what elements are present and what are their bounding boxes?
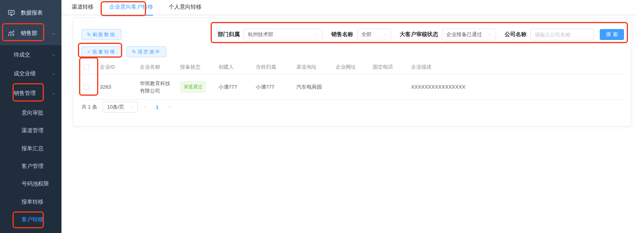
sidebar-item-number-pool-permissions[interactable]: 号码池权限 xyxy=(0,176,61,192)
sidebar-item-deal-performance[interactable]: 成交业绩 xyxy=(0,66,61,82)
chevron-down-icon xyxy=(488,32,492,37)
column-header-creator: 创建人 xyxy=(218,64,256,71)
sidebar-item-pending-deals[interactable]: 待成交 xyxy=(0,47,61,63)
sidebar-item-label: 渠道管理 xyxy=(22,127,43,134)
prev-page-icon[interactable] xyxy=(138,104,151,110)
key-account-review-select-value: 企业报备已通过 xyxy=(446,31,482,38)
bar-chart-icon xyxy=(7,29,16,38)
key-account-review-select[interactable]: 企业报备已通过 xyxy=(442,29,496,40)
page: 数据报表 销售部 待成交 成交业绩 销售管理 xyxy=(0,0,644,233)
sidebar-item-channel-management[interactable]: 渠道管理 xyxy=(0,123,61,138)
refresh-data-button[interactable]: ↻ 刷新数据 xyxy=(81,29,121,40)
chevron-down-icon xyxy=(383,32,388,37)
sidebar-item-data-reports[interactable]: 数据报表 xyxy=(0,5,61,21)
cell-report-status: 渠道通过 xyxy=(180,81,218,93)
sidebar-item-report-summary[interactable]: 报单汇总 xyxy=(0,141,61,157)
sales-name-select[interactable]: 全部 xyxy=(357,29,391,40)
pagination-total: 共 1 条 xyxy=(81,104,97,111)
sidebar-item-label: 数据报表 xyxy=(21,9,43,16)
sidebar-item-label: 客户管理 xyxy=(22,163,43,170)
sidebar-item-label: 号码池权限 xyxy=(22,180,49,187)
column-header-website: 企业网址 xyxy=(336,64,373,71)
chevron-down-icon xyxy=(51,53,56,57)
sidebar-item-label: 报单汇总 xyxy=(22,145,43,152)
cell-creator: 小潘777 xyxy=(218,84,256,91)
filter-group: 部门归属 杭州技术部 销售名称 全部 xyxy=(218,29,624,40)
sidebar-item-label: 成交业绩 xyxy=(14,70,36,77)
sidebar-item-label: 销售管理 xyxy=(14,90,36,97)
row-checkbox[interactable] xyxy=(84,84,89,90)
sales-name-filter-label: 销售名称 xyxy=(331,31,353,38)
table-header-row: 企业ID 企业名称 报备状态 创建人 当前归属 渠道地址 企业网址 固定电话 企… xyxy=(81,60,624,75)
select-all-checkbox[interactable] xyxy=(84,64,89,70)
column-header-enterprise-name: 企业名称 xyxy=(140,63,180,71)
chevron-up-icon xyxy=(51,31,56,36)
column-header-description: 企业描述 xyxy=(411,64,624,71)
key-account-review-filter-label: 大客户审核状态 xyxy=(400,31,438,38)
department-select[interactable]: 杭州技术部 xyxy=(244,29,323,40)
refresh-icon: ↻ xyxy=(132,49,136,55)
company-name-filter-label: 公司名称 xyxy=(505,31,527,38)
sidebar-item-label: 意向审批 xyxy=(22,109,43,116)
department-filter-label: 部门归属 xyxy=(218,31,240,38)
status-badge: 渠道通过 xyxy=(180,81,206,93)
sidebar-item-intent-approval[interactable]: 意向审批 xyxy=(0,105,61,121)
check-icon: ✓ xyxy=(87,49,91,55)
column-header-report-status: 报备状态 xyxy=(180,64,218,71)
tab-channel-transfer[interactable]: 渠道转移 xyxy=(72,0,94,15)
cell-description: XXXXXXXXXXXXXXXX xyxy=(411,84,624,90)
sidebar-item-label: 报单转移 xyxy=(22,198,43,206)
content-card: ↻ 刷新数据 部门归属 杭州技术部 销售名称 全部 xyxy=(73,18,631,126)
filter-row: ↻ 刷新数据 部门归属 杭州技术部 销售名称 全部 xyxy=(81,29,624,40)
bulk-action-row: ✓ 批量转移 ↻ 清空选中 xyxy=(81,46,166,57)
enterprise-table: 企业ID 企业名称 报备状态 创建人 当前归属 渠道地址 企业网址 固定电话 企… xyxy=(81,60,624,100)
refresh-icon: ↻ xyxy=(87,32,91,37)
tab-enterprise-intent-customer-transfer[interactable]: 企业意向客户转移 xyxy=(109,0,153,15)
clear-selected-button[interactable]: ↻ 清空选中 xyxy=(126,46,166,57)
department-select-value: 杭州技术部 xyxy=(248,31,273,38)
chevron-down-icon xyxy=(130,105,134,109)
column-header-channel-address: 渠道地址 xyxy=(296,64,336,71)
search-button[interactable]: 搜索 xyxy=(600,29,624,40)
company-name-input[interactable] xyxy=(530,29,594,40)
main-content: 渠道转移 企业意向客户转移 个人意向转移 ↻ 刷新数据 部门归属 杭州技术部 xyxy=(61,0,644,233)
sales-name-select-value: 全部 xyxy=(361,31,372,38)
chevron-up-icon xyxy=(51,91,56,96)
column-header-phone: 固定电话 xyxy=(373,64,411,71)
sidebar-item-sales-dept[interactable]: 销售部 xyxy=(0,25,61,41)
sidebar-item-sales-management[interactable]: 销售管理 xyxy=(0,86,61,101)
page-size-select[interactable]: 10条/页 xyxy=(103,102,138,113)
sidebar-item-label: 待成交 xyxy=(14,51,30,58)
sidebar: 数据报表 销售部 待成交 成交业绩 销售管理 xyxy=(0,0,61,233)
cell-channel-address: 汽车电商园 xyxy=(296,84,336,91)
page-number[interactable]: 1 xyxy=(151,104,163,110)
chevron-down-icon xyxy=(314,32,319,37)
presentation-board-icon xyxy=(7,9,16,17)
sidebar-item-customer-transfer[interactable]: 客户转移 xyxy=(0,212,61,228)
column-header-enterprise-id: 企业ID xyxy=(100,64,140,71)
cell-current-owner: 小潘777 xyxy=(256,84,296,91)
next-page-icon[interactable] xyxy=(163,104,176,110)
tab-personal-intent-transfer[interactable]: 个人意向转移 xyxy=(169,0,202,15)
chevron-down-icon xyxy=(51,71,56,76)
cell-enterprise-name: 华筑教育科技有限公司 xyxy=(140,80,180,95)
sidebar-item-customer-management[interactable]: 客户管理 xyxy=(0,158,61,174)
sidebar-item-report-transfer[interactable]: 报单转移 xyxy=(0,194,61,210)
pagination: 共 1 条 10条/页 1 xyxy=(81,101,176,113)
page-size-value: 10条/页 xyxy=(107,104,124,111)
cell-enterprise-id: 3263 xyxy=(100,84,140,90)
batch-transfer-button[interactable]: ✓ 批量转移 xyxy=(81,46,121,57)
column-header-current-owner: 当前归属 xyxy=(256,64,296,71)
table-row: 3263 华筑教育科技有限公司 渠道通过 小潘777 小潘777 汽车电商园 X… xyxy=(81,75,624,100)
tab-bar: 渠道转移 企业意向客户转移 个人意向转移 xyxy=(61,0,636,15)
sidebar-item-label: 销售部 xyxy=(21,30,37,37)
sidebar-item-label: 客户转移 xyxy=(22,216,43,223)
